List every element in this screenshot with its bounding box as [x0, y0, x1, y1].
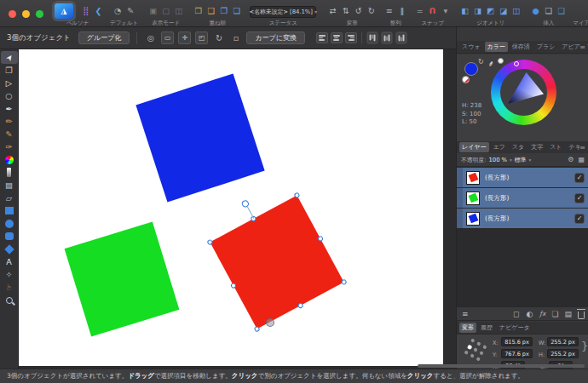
green-rectangle[interactable] — [65, 222, 180, 337]
view-split-icon[interactable]: ◫ — [172, 4, 185, 17]
convert-node-icon[interactable]: ▫ — [229, 31, 242, 44]
transform-tab-3[interactable]: ナビゲータ — [497, 323, 533, 333]
snap-presets-icon[interactable]: = — [413, 4, 426, 17]
node-tool[interactable]: ▷ — [1, 77, 18, 89]
move-to-front-icon[interactable]: ❒ — [192, 4, 205, 17]
y-field[interactable]: 767.6 px — [501, 349, 533, 358]
layer-thumbnail[interactable] — [466, 212, 480, 226]
layer-label[interactable]: (長方形) — [485, 194, 509, 203]
transform-origin-icon[interactable]: ◎ — [144, 31, 157, 44]
vector-brush-tool[interactable]: ✎ — [1, 128, 18, 140]
layer-thumbnail[interactable] — [466, 192, 480, 205]
blue-rectangle[interactable] — [135, 73, 264, 202]
layer-row[interactable]: (長方形)✓ — [457, 188, 588, 208]
pen-tool[interactable]: ✒ — [1, 102, 18, 115]
boolean-xor-icon[interactable]: ◪ — [497, 4, 510, 17]
convert-to-curves-button[interactable]: カーブに変換 — [246, 31, 305, 44]
rotate-ccw-icon[interactable]: ↺ — [352, 4, 365, 17]
snap-options-icon[interactable]: ▾ — [439, 4, 452, 17]
fill-stroke-selector[interactable]: ↻ — [462, 58, 489, 83]
view-vector-icon[interactable]: ▣ — [147, 4, 159, 17]
selection-box-icon[interactable]: ▭ — [161, 31, 174, 44]
move-tool[interactable]: ➤ — [1, 51, 18, 64]
panel-menu-icon[interactable]: ≡ — [579, 43, 585, 51]
selection-handle[interactable] — [206, 239, 213, 246]
minimize-window-button[interactable] — [22, 10, 30, 18]
move-to-back-icon[interactable]: ❏ — [230, 4, 243, 17]
studio-tab-1[interactable]: スウォ — [459, 42, 483, 52]
move-forward-icon[interactable]: ❑ — [205, 4, 217, 17]
insert-behind-icon[interactable]: ❏ — [542, 4, 555, 17]
layer-label[interactable]: (長方形) — [485, 174, 509, 182]
align-icon[interactable]: ‖ — [395, 4, 408, 17]
canvas-page[interactable] — [19, 49, 443, 366]
blend-mode-select[interactable]: 標準 — [515, 156, 527, 164]
rotation-center-icon[interactable]: ◰ — [195, 31, 208, 44]
snap-magnet-icon[interactable]: U — [426, 4, 439, 17]
selection-handle[interactable] — [297, 302, 304, 309]
x-field[interactable]: 815.6 px — [501, 337, 533, 346]
move-backward-icon[interactable]: ❐ — [217, 4, 230, 17]
rotation-center-marker[interactable] — [266, 318, 274, 327]
cycle-selection-icon[interactable]: ↻ — [212, 31, 225, 44]
view-pixel-icon[interactable]: ▢ — [159, 4, 172, 17]
layers-tab-3[interactable]: スタ — [510, 142, 527, 152]
rotation-handle[interactable] — [240, 199, 250, 209]
layer-settings-gear-icon[interactable]: ⚙ — [568, 156, 574, 163]
pencil-tool[interactable]: ✏ — [1, 115, 18, 128]
selection-handle[interactable] — [230, 283, 237, 289]
order-icon[interactable]: ≡ — [383, 4, 395, 17]
selection-handle[interactable] — [317, 235, 324, 242]
rotate-cw-icon[interactable]: ↻ — [365, 4, 378, 17]
boolean-subtract-icon[interactable]: ◨ — [471, 4, 484, 17]
studio-tab-4[interactable]: ブラシ — [534, 42, 558, 52]
flip-vertical-icon[interactable]: ⇅ — [339, 4, 352, 17]
layers-tab-1[interactable]: レイヤー — [459, 142, 489, 152]
close-window-button[interactable] — [9, 10, 16, 18]
zoom-tool[interactable] — [1, 294, 18, 306]
affinity-designer-app-icon[interactable] — [55, 3, 73, 19]
document-zoom-selector[interactable]: <名称未設定> [84.1%] — [250, 6, 316, 18]
layers-tab-5[interactable]: スト — [547, 142, 564, 152]
paint-brush-tool[interactable]: ✑ — [1, 140, 18, 153]
layers-tab-4[interactable]: 文字 — [528, 142, 545, 152]
rectangle-tool[interactable] — [1, 204, 18, 217]
layer-expand-gutter[interactable] — [457, 209, 463, 228]
layers-panel-menu-icon[interactable]: ≡ — [579, 144, 585, 151]
pixel-persona-icon[interactable]: ⣿ — [79, 4, 92, 17]
group-button[interactable]: グループ化 — [78, 31, 130, 44]
layer-grid-icon[interactable]: ▦ — [578, 156, 585, 163]
layer-expand-gutter[interactable] — [457, 168, 463, 187]
color-wheel[interactable] — [491, 60, 556, 125]
layer-effects-icon[interactable]: ƒx — [539, 310, 545, 317]
picked-color-swatch[interactable] — [498, 58, 504, 64]
layer-visibility-checkbox[interactable]: ✓ — [574, 193, 585, 203]
new-pixel-layer-icon[interactable]: ▤ — [564, 310, 572, 318]
artboard-tool[interactable]: ❐ — [1, 64, 18, 77]
export-persona-icon[interactable]: ❮ — [92, 4, 105, 17]
align-middle-v-icon[interactable] — [381, 32, 392, 44]
rounded-rectangle-tool[interactable] — [1, 230, 18, 243]
style-picker-tool[interactable]: ✧ — [1, 268, 18, 281]
defaults-color-icon[interactable]: ◔ — [112, 4, 124, 17]
boolean-intersect-icon[interactable]: ◩ — [484, 4, 497, 17]
boolean-add-icon[interactable]: ◧ — [458, 4, 471, 17]
mask-layer-icon[interactable]: ◻ — [513, 310, 519, 318]
h-field[interactable]: 255.2 px — [547, 349, 579, 358]
flip-horizontal-icon[interactable]: ⇄ — [326, 4, 339, 17]
color-triangle[interactable] — [503, 71, 545, 113]
layer-row[interactable]: (長方形)✓ — [457, 168, 588, 187]
view-tool[interactable]: ☞ — [1, 281, 18, 294]
studio-tab-3[interactable]: 保存済 — [510, 42, 533, 52]
artistic-text-tool[interactable]: A — [1, 255, 18, 268]
align-right-icon[interactable] — [345, 32, 357, 43]
polygon-tool[interactable] — [1, 243, 18, 255]
layer-visibility-checkbox[interactable]: ✓ — [574, 173, 585, 183]
hue-selector-dot[interactable] — [514, 61, 519, 66]
new-layer-icon[interactable]: ❏ — [551, 310, 558, 318]
wh-link-brace[interactable]: } — [581, 340, 588, 352]
align-bottom-icon[interactable] — [395, 32, 406, 44]
corner-tool[interactable]: ○ — [1, 89, 18, 102]
transform-separately-icon[interactable]: ✛ — [178, 31, 191, 44]
layers-opacity-value[interactable]: 100 % — [488, 157, 507, 163]
